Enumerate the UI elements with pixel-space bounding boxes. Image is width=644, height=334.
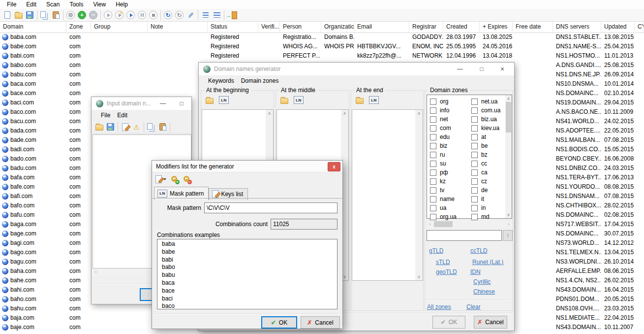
example-item[interactable]: babu — [157, 271, 337, 279]
zone-checkbox[interactable] — [471, 196, 478, 202]
zone-checkbox[interactable] — [471, 152, 478, 158]
list-icon[interactable] — [200, 10, 211, 21]
list-settings-icon[interactable] — [211, 10, 222, 21]
column-header-freedate[interactable]: Free date — [513, 22, 553, 32]
zone-checkbox[interactable] — [471, 161, 478, 167]
zone-option-in[interactable]: in — [471, 203, 486, 212]
menu-file[interactable]: File — [2, 0, 21, 9]
link-chinese[interactable]: Chinese — [473, 288, 495, 295]
save-icon[interactable] — [105, 122, 116, 133]
zone-option-kz[interactable]: kz — [430, 177, 446, 186]
zone-option-it[interactable]: it — [471, 195, 484, 203]
zone-option-bz[interactable]: bz — [471, 150, 488, 159]
zone-checkbox[interactable] — [430, 205, 436, 211]
zone-option-md[interactable]: md — [471, 212, 490, 221]
close-button[interactable]: x — [328, 162, 340, 171]
run-wizard-icon[interactable]: ? — [114, 10, 125, 21]
example-item[interactable]: babo — [157, 264, 337, 271]
copy-icon[interactable] — [146, 122, 157, 133]
refresh-icon[interactable]: ↻ — [162, 10, 174, 21]
zone-checkbox[interactable] — [430, 99, 436, 105]
scrollbar[interactable]: ∧∨ — [415, 110, 423, 280]
zone-checkbox[interactable] — [430, 125, 436, 132]
zone-checkbox[interactable] — [471, 116, 478, 123]
zone-add-button[interactable]: ↑ — [503, 230, 513, 241]
zone-checkbox[interactable] — [430, 187, 436, 194]
menu-scan[interactable]: Scan — [41, 0, 64, 9]
tools-icon[interactable] — [185, 10, 196, 21]
link-idn[interactable]: IDN — [470, 268, 481, 275]
zone-option-biz[interactable]: biz — [430, 141, 447, 150]
ln-button[interactable]: LN — [292, 95, 305, 105]
zone-checkbox[interactable] — [471, 187, 478, 194]
run-all-icon[interactable] — [102, 10, 114, 21]
maximize-button[interactable]: □ — [473, 63, 491, 75]
link-clear[interactable]: Clear — [466, 303, 481, 310]
zone-checkbox[interactable] — [471, 134, 478, 140]
link-gtld[interactable]: gTLD — [429, 247, 443, 254]
table-row[interactable]: babi.comcomRegisteredPERFECT P...kk8zz7p… — [0, 51, 644, 61]
close-button[interactable]: × — [493, 63, 511, 75]
menu-edit[interactable]: Edit — [114, 111, 131, 120]
example-item[interactable]: baca — [157, 279, 337, 287]
zone-option-cc[interactable]: cc — [471, 159, 487, 168]
table-row[interactable]: baba.comcomRegisteredRegistratio...Domai… — [0, 33, 644, 42]
zone-checkbox[interactable] — [430, 178, 436, 185]
zone-checkbox[interactable] — [471, 125, 478, 132]
maximize-button[interactable]: □ — [173, 97, 190, 110]
zone-option-at[interactable]: at — [471, 133, 486, 141]
zone-checkbox[interactable] — [471, 99, 478, 105]
zone-option-name[interactable]: name — [430, 195, 455, 203]
pause-icon[interactable] — [136, 10, 148, 21]
zone-option-net[interactable]: net — [430, 115, 448, 124]
column-header-organization[interactable]: Organization — [321, 22, 354, 32]
end-keywords-list[interactable]: ∧∨ — [352, 109, 423, 281]
new-icon[interactable] — [1, 10, 13, 21]
zone-checkbox[interactable] — [430, 134, 436, 140]
menu-keywords[interactable]: Keywords — [205, 76, 238, 85]
column-header-updated[interactable]: Updated — [601, 22, 635, 32]
zone-option-biz.ua[interactable]: biz.ua — [471, 115, 497, 124]
column-header-email[interactable]: Email — [354, 22, 409, 32]
zone-add-input[interactable] — [427, 230, 502, 241]
column-header-status[interactable]: Status — [208, 22, 258, 32]
column-header-person[interactable]: Person — [280, 22, 321, 32]
ln-button[interactable]: LN — [217, 95, 230, 105]
ok-button[interactable]: ✔OK — [432, 316, 465, 329]
zone-option-edu[interactable]: edu — [430, 133, 450, 141]
column-header-group[interactable]: Group — [91, 22, 148, 32]
open-icon[interactable] — [93, 122, 105, 133]
warning-icon[interactable]: ⚠ — [131, 122, 142, 133]
add-key-icon[interactable]: + — [171, 175, 179, 183]
column-header-zone[interactable]: Zone — [66, 22, 91, 32]
example-item[interactable]: babe — [157, 248, 337, 256]
link-all-zones[interactable]: All zones — [427, 303, 451, 310]
zone-option-info[interactable]: info — [430, 106, 449, 115]
remove-icon[interactable]: − — [88, 10, 99, 21]
screenshot-icon[interactable] — [65, 10, 76, 21]
menu-tools[interactable]: Tools — [64, 0, 88, 9]
remove-key-icon[interactable]: − — [183, 175, 191, 183]
zone-option-de[interactable]: de — [471, 186, 488, 195]
menu-edit[interactable]: Edit — [21, 0, 41, 9]
zone-option-ru[interactable]: ru — [430, 150, 445, 159]
zone-option-org.ua[interactable]: org.ua — [430, 212, 457, 221]
stop-icon[interactable] — [148, 10, 159, 21]
example-item[interactable]: baba — [157, 240, 337, 248]
zone-checkbox[interactable] — [430, 143, 436, 149]
zone-option-ua[interactable]: ua — [430, 203, 446, 212]
zone-checkbox[interactable] — [430, 214, 436, 220]
zone-option-net.ua[interactable]: net.ua — [471, 97, 497, 106]
mask-pattern-input[interactable] — [204, 202, 337, 213]
zone-checkbox[interactable] — [430, 107, 436, 114]
zone-option-su[interactable]: su — [430, 159, 446, 168]
menu-view[interactable]: View — [88, 0, 111, 9]
zone-option-ca[interactable]: ca — [471, 168, 488, 177]
column-header-expires[interactable]: + Expires — [480, 22, 513, 32]
paste-icon[interactable] — [157, 122, 168, 133]
zone-checkbox[interactable] — [430, 152, 436, 158]
link-cyrillic[interactable]: Cyrillic — [473, 278, 491, 285]
menu-help[interactable]: Help — [111, 0, 133, 9]
column-header-dns[interactable]: DNS servers — [553, 22, 601, 32]
ln-button[interactable]: LN — [368, 95, 380, 105]
